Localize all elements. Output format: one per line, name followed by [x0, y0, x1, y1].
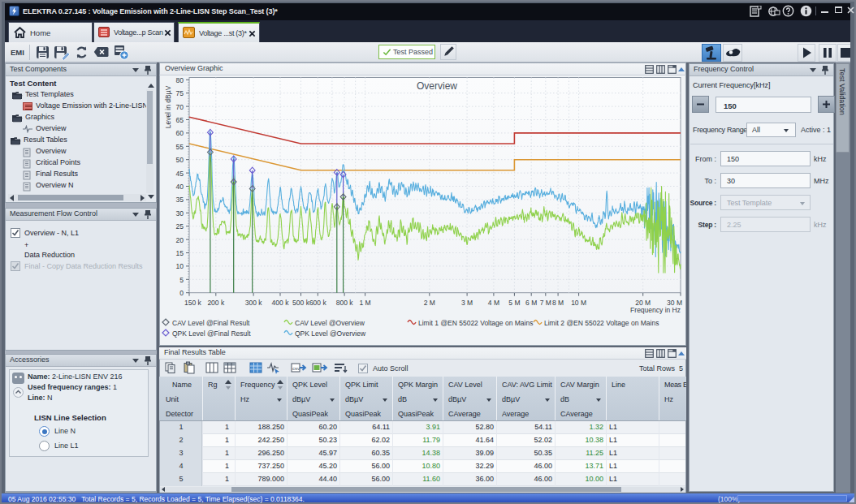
- svg-text:Limit 2 @EN 55022 Voltage on M: Limit 2 @EN 55022 Voltage on Mains: [544, 319, 659, 327]
- svg-text:45: 45: [176, 170, 184, 178]
- svg-text:3 M: 3 M: [461, 299, 473, 307]
- svg-text:2 M: 2 M: [424, 299, 435, 307]
- svg-text:Frequency in Hz: Frequency in Hz: [630, 306, 681, 314]
- svg-text:40: 40: [176, 183, 184, 191]
- svg-text:Level in dBµV: Level in dBµV: [164, 85, 172, 128]
- svg-text:Overview: Overview: [417, 80, 457, 92]
- svg-text:15: 15: [176, 249, 184, 257]
- svg-text:5: 5: [179, 276, 184, 284]
- svg-text:10: 10: [176, 262, 184, 270]
- svg-text:10 M: 10 M: [571, 299, 586, 307]
- svg-text:0: 0: [179, 289, 184, 297]
- svg-text:CAV Level @Overview: CAV Level @Overview: [295, 319, 365, 327]
- svg-text:5 M: 5 M: [508, 299, 520, 307]
- svg-text:150 k: 150 k: [184, 299, 202, 307]
- svg-text:1 M: 1 M: [360, 299, 371, 307]
- svg-text:20: 20: [176, 236, 184, 244]
- svg-text:200 k: 200 k: [207, 299, 225, 307]
- svg-text:500 k: 500 k: [292, 299, 310, 307]
- svg-text:400 k: 400 k: [272, 299, 290, 307]
- svg-text:55: 55: [176, 143, 184, 151]
- svg-text:7 M: 7 M: [540, 299, 551, 307]
- svg-text:50: 50: [176, 156, 184, 164]
- svg-text:25: 25: [176, 222, 184, 230]
- svg-text:4 M: 4 M: [488, 299, 499, 307]
- svg-text:800 k: 800 k: [336, 299, 354, 307]
- svg-text:60: 60: [176, 129, 184, 137]
- svg-text:35: 35: [176, 196, 184, 204]
- svg-text:QPK Level @Final Result: QPK Level @Final Result: [172, 330, 251, 338]
- svg-text:30: 30: [176, 209, 184, 218]
- svg-text:70: 70: [176, 103, 184, 111]
- svg-text:65: 65: [176, 116, 184, 124]
- svg-text:Limit 1 @EN 55022 Voltage on M: Limit 1 @EN 55022 Voltage on Mains: [418, 319, 533, 327]
- svg-text:6 M: 6 M: [525, 299, 537, 307]
- svg-text:300 k: 300 k: [245, 299, 263, 307]
- svg-text:QPK Level @Overview: QPK Level @Overview: [295, 330, 366, 338]
- svg-text:600 k: 600 k: [309, 299, 327, 307]
- svg-text:75: 75: [176, 89, 184, 97]
- svg-text:csv: csv: [292, 366, 300, 371]
- svg-text:8 M: 8 M: [552, 299, 564, 307]
- svg-text:CAV Level @Final Result: CAV Level @Final Result: [172, 319, 250, 327]
- svg-text:80: 80: [176, 76, 184, 84]
